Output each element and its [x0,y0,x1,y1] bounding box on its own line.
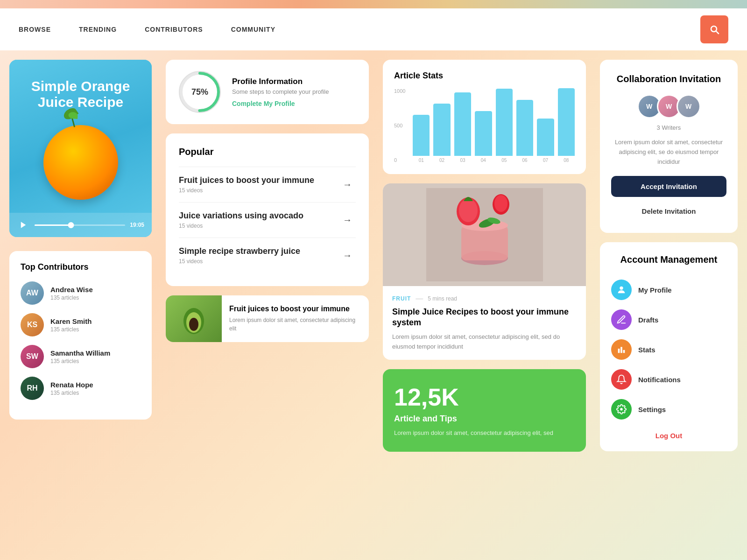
bar-1: 01 [413,88,430,163]
contributor-name-2: Karen Smith [50,317,92,325]
delete-invitation-button[interactable]: Delete Invitation [611,203,726,220]
bar-label-7: 07 [543,158,548,163]
account-item-notifications[interactable]: Notifications [611,364,726,394]
drafts-label: Drafts [638,316,658,324]
popular-item-3-info: Simple recipe strawberry juice 15 videos [179,246,300,265]
bar-fill-3 [454,92,471,156]
svg-point-20 [620,408,623,411]
popular-item-1-info: Fruit juices to boost your immune 15 vid… [179,175,314,194]
contributor-name-3: Samantha William [50,349,110,357]
navigation: BROWSE TRENDING CONTRIBUTORS COMMUNITY [0,8,747,50]
account-item-drafts[interactable]: Drafts [611,305,726,335]
featured-title: Fruit juices to boost your immune [229,305,361,313]
account-item-profile[interactable]: My Profile [611,275,726,305]
y-label-1000: 1000 [394,88,405,94]
progress-dot [68,222,74,228]
drafts-icon-bg [611,309,632,330]
contributor-2[interactable]: KS Karen Smith 135 articles [21,313,141,336]
popular-item-3-count: 15 videos [179,258,300,265]
contributor-info-1: Andrea Wise 135 articles [50,286,93,301]
person-icon [616,285,627,295]
popular-item-2-arrow[interactable]: → [339,212,356,229]
main-layout: Simple Orange Juice Recipe 19:05 Top Con… [0,50,747,560]
svg-point-5 [189,318,198,331]
top-gradient-bar [0,0,747,8]
gear-icon [616,404,627,414]
settings-icon-bg [611,399,632,420]
accept-invitation-button[interactable]: Accept Invitation [611,176,726,197]
bar-fill-6 [516,100,533,156]
svg-point-16 [620,287,623,290]
collaboration-desc: Lorem ipsum dolor sit amet, consectetur … [611,138,726,167]
chart-area: 1000 500 0 01 02 03 [394,88,575,163]
contributors-title: Top Contributors [21,262,141,272]
green-stat-number: 12,5K [394,383,575,411]
collaboration-card: Collaboration Invitation W W W 3 Writers… [600,60,738,233]
bell-icon [616,374,627,385]
contributor-avatar-1: AW [21,281,44,305]
nav-trending[interactable]: TRENDING [79,26,117,33]
contributor-articles-2: 135 articles [50,326,92,333]
account-item-settings[interactable]: Settings [611,394,726,424]
bar-7: 07 [537,88,554,163]
chart-y-labels: 1000 500 0 [394,88,405,163]
writers-row: W W W [611,94,726,119]
popular-item-1-title: Fruit juices to boost your immune [179,175,314,185]
bar-label-2: 02 [439,158,444,163]
featured-card: Fruit juices to boost your immune Lorem … [166,295,369,342]
popular-item-1-arrow[interactable]: → [339,176,356,193]
svg-rect-17 [618,349,620,353]
popular-item-2[interactable]: Juice variations using avocado 15 videos… [179,202,356,238]
contributor-name-4: Renata Hope [50,381,93,389]
settings-label: Settings [638,406,666,413]
play-button[interactable] [17,218,30,231]
writer-avatar-3: W [677,94,701,119]
search-button[interactable] [700,15,728,43]
contributor-name-1: Andrea Wise [50,286,93,294]
popular-item-3-arrow[interactable]: → [339,247,356,264]
collaboration-title: Collaboration Invitation [611,73,726,85]
bar-label-8: 08 [564,158,569,163]
popular-item-2-count: 15 videos [179,223,303,229]
bar-fill-2 [433,104,450,156]
popular-item-1[interactable]: Fruit juices to boost your immune 15 vid… [179,167,356,202]
progress-bar[interactable] [35,224,125,226]
search-icon [709,24,720,35]
profile-complete-link[interactable]: Complete My Profile [232,100,329,107]
bar-label-6: 06 [522,158,528,163]
popular-card: Popular Fruit juices to boost your immun… [166,133,369,286]
svg-rect-18 [620,347,622,353]
article-separator: — [416,294,423,303]
edit-icon [616,315,627,325]
account-management-card: Account Management My Profile Drafts Sta… [600,242,738,451]
popular-item-3[interactable]: Simple recipe strawberry juice 15 videos… [179,238,356,273]
bar-fill-8 [558,88,575,156]
strawberry-scene [383,183,586,286]
right-mid-column: Article Stats 1000 500 0 01 02 [376,60,593,551]
my-profile-label: My Profile [638,286,672,294]
video-controls: 19:05 [9,213,152,237]
account-item-stats[interactable]: Stats [611,335,726,364]
featured-image [166,295,222,342]
article-tag: FRUIT [392,295,411,302]
svg-marker-0 [21,222,26,228]
stats-title: Article Stats [394,71,575,81]
article-stats-card: Article Stats 1000 500 0 01 02 [383,60,586,174]
svg-point-15 [494,195,507,212]
bar-fill-4 [475,111,492,156]
profile-card: 75% Profile Information Some steps to co… [166,60,369,124]
nav-browse[interactable]: BROWSE [19,26,51,33]
nav-community[interactable]: COMMUNITY [231,26,275,33]
logout-row[interactable]: Log Out [611,432,726,440]
contributor-4[interactable]: RH Renata Hope 135 articles [21,377,141,400]
writers-count: 3 Writers [611,124,726,131]
logout-text[interactable]: Log Out [655,432,682,440]
contributor-avatar-4: RH [21,377,44,400]
contributor-1[interactable]: AW Andrea Wise 135 articles [21,281,141,305]
y-label-0: 0 [394,157,405,163]
contributor-3[interactable]: SW Samantha William 135 articles [21,345,141,368]
profile-info-title: Profile Information [232,77,329,86]
nav-contributors[interactable]: CONTRIBUTORS [145,26,203,33]
contributor-info-2: Karen Smith 135 articles [50,317,92,333]
y-label-500: 500 [394,123,405,128]
